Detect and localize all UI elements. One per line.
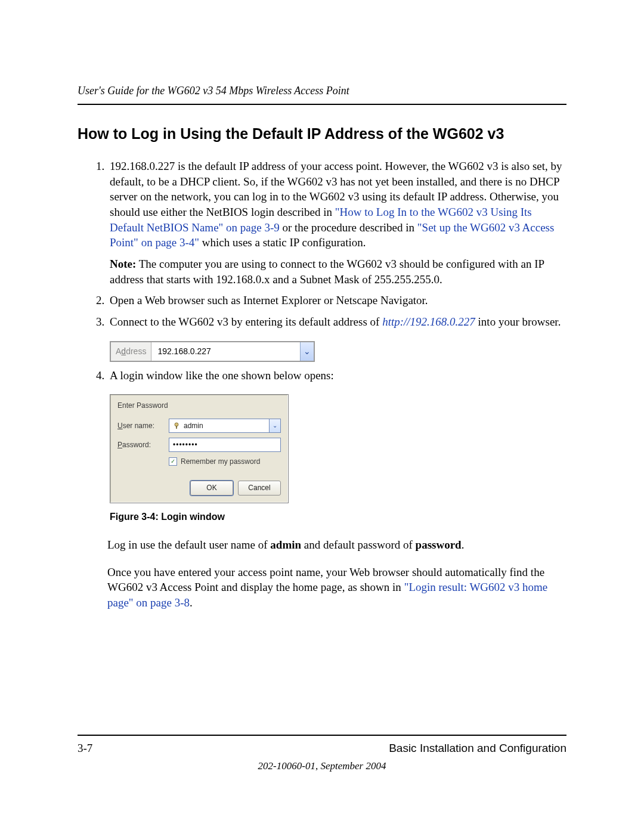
username-field-wrap: admin ⌄ (169, 419, 281, 433)
document-page: User's Guide for the WG602 v3 54 Mbps Wi… (0, 0, 644, 833)
list-item: A login window like the one shown below … (107, 368, 566, 523)
url-link[interactable]: http://192.168.0.227 (382, 315, 475, 328)
note-paragraph: Note: The computer you are using to conn… (110, 256, 566, 287)
username-dropdown-button[interactable]: ⌄ (270, 419, 281, 433)
password-field-wrap: •••••••• (169, 438, 281, 452)
section-name: Basic Installation and Configuration (389, 741, 566, 756)
label-text: P (117, 441, 122, 449)
chevron-down-icon: ⌄ (273, 422, 277, 430)
footer-line: 3-7 Basic Installation and Configuration (78, 735, 566, 756)
body-paragraph: Log in use the default user name of admi… (107, 537, 566, 553)
address-dropdown-button[interactable]: ⌄ (300, 342, 314, 361)
body-text: into your browser. (475, 315, 561, 328)
label-text: ser name: (123, 422, 154, 430)
list-item: Connect to the WG602 v3 by entering its … (107, 314, 566, 363)
note-label: Note: (110, 258, 136, 270)
username-row: User name: admin ⌄ (117, 419, 281, 433)
remember-checkbox[interactable]: ✓ (169, 457, 177, 466)
label-text: dress (126, 346, 146, 356)
page-footer: 3-7 Basic Installation and Configuration… (78, 735, 566, 773)
password-row: Password: •••••••• (117, 438, 281, 452)
doc-info: 202-10060-01, September 2004 (78, 760, 566, 773)
label-text: U (117, 422, 123, 430)
remember-row: ✓ Remember my password (117, 457, 281, 466)
body-text: Connect to the WG602 v3 by entering its … (110, 315, 382, 328)
address-input[interactable]: 192.168.0.227 (151, 342, 300, 361)
bold-text: password (416, 538, 462, 551)
cancel-button[interactable]: Cancel (238, 481, 281, 495)
bold-text: admin (270, 538, 301, 551)
address-label: Address (111, 342, 151, 361)
dialog-title: Enter Password (117, 401, 281, 410)
label-text: R (181, 457, 186, 466)
body-text: . (190, 596, 193, 609)
body-text: which uses a static IP configuration. (199, 236, 366, 249)
label-text: assword: (122, 441, 151, 449)
list-item: 192.168.0.227 is the default IP address … (107, 159, 566, 287)
note-text: The computer you are using to connect to… (110, 258, 544, 286)
dialog-button-row: OK Cancel (117, 481, 281, 495)
password-value: •••••••• (173, 440, 198, 450)
username-value: admin (184, 421, 203, 431)
label-text: d (121, 346, 126, 356)
label-text: emember my password (186, 457, 261, 466)
body-text: Log in use the default user name of (107, 538, 270, 551)
label-text: A (116, 346, 121, 356)
remember-label: Remember my password (181, 457, 260, 466)
login-dialog: Enter Password User name: admin (110, 394, 289, 503)
address-bar: Address 192.168.0.227 ⌄ (110, 341, 315, 362)
password-input[interactable]: •••••••• (169, 438, 281, 452)
section-heading: How to Log in Using the Default IP Addre… (78, 124, 566, 144)
body-text: or the procedure described in (280, 221, 417, 234)
svg-rect-1 (176, 426, 177, 429)
user-key-icon (173, 422, 180, 429)
username-input[interactable]: admin (169, 419, 270, 433)
body-text: . (462, 538, 465, 551)
instruction-list: 192.168.0.227 is the default IP address … (78, 159, 566, 523)
check-icon: ✓ (171, 459, 175, 465)
password-label: Password: (117, 440, 169, 450)
body-text: A login window like the one shown below … (110, 369, 334, 382)
figure-caption: Figure 3-4: Login window (110, 510, 566, 524)
username-label: User name: (117, 421, 169, 431)
running-header: User's Guide for the WG602 v3 54 Mbps Wi… (78, 83, 566, 105)
body-paragraph: Once you have entered your access point … (107, 565, 566, 611)
list-item: Open a Web browser such as Internet Expl… (107, 293, 566, 308)
chevron-down-icon: ⌄ (304, 346, 311, 357)
body-text: and default password of (301, 538, 416, 551)
ok-button[interactable]: OK (190, 481, 233, 495)
page-number: 3-7 (78, 741, 92, 756)
